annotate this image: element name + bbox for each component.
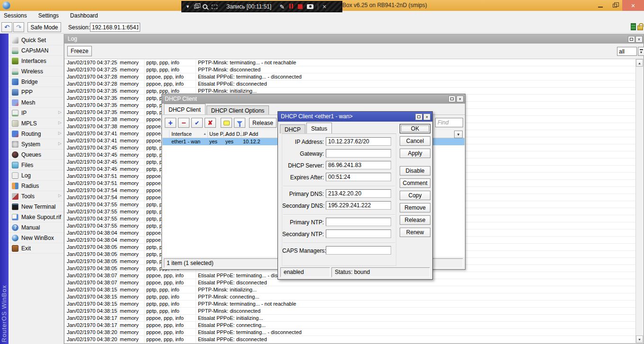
field-value[interactable]: 10.12.237.62/20	[326, 137, 391, 146]
log-row[interactable]: Jan/02/1970 04:38:15 memory pptp, ppp, i…	[65, 293, 636, 300]
sidebar-item[interactable]: Manual	[9, 222, 63, 233]
sidebar-item[interactable]: Files	[9, 160, 63, 170]
freeze-button[interactable]: Freeze	[67, 46, 92, 56]
sidebar-item[interactable]: Queues	[9, 150, 63, 160]
recorder-window-icon[interactable]	[194, 5, 198, 9]
log-close-button[interactable]: ×	[635, 36, 643, 43]
sidebar-item[interactable]: Routing ▷	[9, 129, 63, 139]
filter-button[interactable]	[234, 118, 245, 128]
log-row[interactable]: Jan/02/1970 04:37:25 memory pptp, ppp, i…	[65, 59, 636, 66]
dialog-button[interactable]: Remove	[400, 203, 430, 212]
add-button[interactable]: +	[165, 118, 176, 128]
field-value[interactable]: 213.42.20.20	[326, 189, 391, 198]
menu-sessions[interactable]: Sessions	[4, 12, 27, 21]
sidebar-item[interactable]: Log	[9, 170, 63, 181]
log-row[interactable]: Jan/02/1970 04:37:28 memory pppoe, ppp, …	[65, 80, 636, 88]
column-add-default[interactable]: Add D...	[225, 131, 244, 137]
menu-settings[interactable]: Settings	[38, 12, 59, 21]
log-row[interactable]: Jan/02/1970 04:38:20 memory pppoe, ppp, …	[65, 336, 636, 343]
log-window-titlebar[interactable]: Log	[64, 35, 644, 44]
dialog-restore-button[interactable]	[415, 114, 422, 120]
sidebar-item[interactable]: Tools ▷	[9, 191, 63, 202]
log-filter-input[interactable]	[617, 47, 637, 56]
tab-dhcp[interactable]: DHCP	[280, 124, 305, 133]
log-row[interactable]: Jan/02/1970 04:38:15 memory pptp, ppp, i…	[65, 286, 636, 293]
comment-button[interactable]	[221, 118, 232, 128]
dialog-button[interactable]: Apply	[400, 149, 430, 158]
dhcp-close-button[interactable]: ×	[456, 96, 464, 102]
menu-dashboard[interactable]: Dashboard	[70, 12, 98, 21]
log-restore-button[interactable]	[628, 36, 635, 43]
dhcp-window-titlebar[interactable]: DHCP Client	[162, 94, 465, 104]
sidebar-item[interactable]: PPP	[9, 87, 63, 97]
sidebar-item[interactable]: Exit	[9, 243, 63, 254]
safe-mode-button[interactable]: Safe Mode	[27, 22, 61, 32]
log-row[interactable]: Jan/02/1970 04:37:25 memory pptp, ppp, i…	[65, 66, 636, 73]
field-value[interactable]: 86.96.241.83	[326, 161, 391, 169]
log-row[interactable]: Jan/02/1970 04:38:07 memory pppoe, ppp, …	[65, 279, 636, 286]
redo-button[interactable]: ↷	[13, 22, 24, 32]
field-value[interactable]: 195.229.241.222	[326, 201, 391, 210]
recorder-magnifier-icon[interactable]	[203, 4, 207, 9]
dialog-button[interactable]: Copy	[400, 191, 430, 200]
sidebar-item[interactable]: New WinBox	[9, 233, 63, 243]
field-value[interactable]	[326, 246, 391, 255]
column-use-peer[interactable]: Use P...	[209, 131, 227, 137]
dialog-button[interactable]: Disable	[400, 166, 430, 176]
sidebar-item[interactable]: Make Supout.rif	[9, 212, 63, 222]
log-filter-dropdown-button[interactable]: ▼	[638, 47, 644, 56]
tab-dhcp-client[interactable]: DHCP Client	[164, 104, 206, 115]
sidebar-item[interactable]: CAPsMAN	[9, 45, 63, 56]
recorder-camera-icon[interactable]	[307, 4, 313, 9]
dhcp-restore-button[interactable]	[448, 96, 456, 102]
recorder-pause-icon[interactable]	[289, 3, 294, 10]
log-row[interactable]: Jan/02/1970 04:38:17 memory pppoe, ppp, …	[65, 322, 636, 329]
log-row[interactable]: Jan/02/1970 04:38:17 memory pppoe, ppp, …	[65, 315, 636, 322]
undo-button[interactable]: ↶	[1, 22, 12, 32]
window-restore-button[interactable]	[608, 0, 621, 11]
log-row[interactable]: Jan/02/1970 04:38:20 memory pppoe, ppp, …	[65, 329, 636, 336]
recorder-pencil-icon[interactable]: ✎	[279, 3, 285, 10]
session-input[interactable]	[90, 23, 140, 32]
field-value[interactable]	[326, 229, 391, 238]
sidebar-item[interactable]: Wireless	[9, 66, 63, 77]
disable-button[interactable]: ✘	[205, 118, 216, 128]
sidebar-item[interactable]: Bridge	[9, 77, 63, 87]
column-interface[interactable]: Interface	[171, 131, 192, 137]
dialog-button[interactable]: Cancel	[400, 136, 430, 146]
remove-button[interactable]: −	[178, 118, 189, 128]
scroll-down-icon[interactable]: ▼	[636, 335, 643, 343]
dialog-titlebar[interactable]: DHCP Client <ether1 - wan>	[278, 112, 432, 122]
sidebar-item[interactable]: New Terminal	[9, 202, 63, 212]
log-row[interactable]: Jan/02/1970 04:37:28 memory pppoe, ppp, …	[65, 73, 636, 80]
dialog-close-button[interactable]: ×	[423, 114, 430, 120]
field-value[interactable]: 00:51:24	[326, 173, 391, 181]
dialog-button[interactable]: Renew	[400, 228, 430, 237]
sidebar-item[interactable]: Mesh	[9, 97, 63, 108]
sidebar-item[interactable]: Interfaces	[9, 56, 63, 66]
window-close-button[interactable]: ×	[622, 0, 644, 11]
tab-dhcp-client-options[interactable]: DHCP Client Options	[206, 106, 269, 115]
field-value[interactable]	[326, 218, 391, 226]
sidebar-item[interactable]: System ▷	[9, 139, 63, 150]
release-button[interactable]: Release	[249, 118, 277, 128]
scroll-up-icon[interactable]: ▲	[636, 59, 643, 67]
enable-button[interactable]: ✔	[191, 118, 203, 128]
log-row[interactable]: Jan/02/1970 04:38:15 memory pptp, ppp, i…	[65, 308, 636, 315]
recorder-stop-icon[interactable]	[298, 4, 303, 9]
sidebar-item[interactable]: Quick Set	[9, 35, 63, 45]
find-input[interactable]	[435, 118, 463, 127]
sidebar-item[interactable]: Radius	[9, 181, 63, 191]
recorder-menu-icon[interactable]: ▼	[186, 4, 190, 9]
column-dropdown-button[interactable]: ▼	[454, 131, 463, 138]
tab-status[interactable]: Status	[306, 123, 332, 133]
window-minimize-button[interactable]	[594, 0, 607, 11]
field-value[interactable]	[326, 149, 391, 158]
dialog-button[interactable]: Comment	[400, 178, 430, 188]
dialog-button[interactable]: Release	[400, 215, 430, 225]
dialog-button[interactable]: OK	[400, 124, 430, 133]
sidebar-item[interactable]: IP ▷	[9, 108, 63, 118]
recorder-region-select-icon[interactable]	[212, 5, 217, 9]
sidebar-item[interactable]: MPLS ▷	[9, 118, 63, 129]
log-scrollbar[interactable]: ▲ ▼	[635, 59, 643, 343]
